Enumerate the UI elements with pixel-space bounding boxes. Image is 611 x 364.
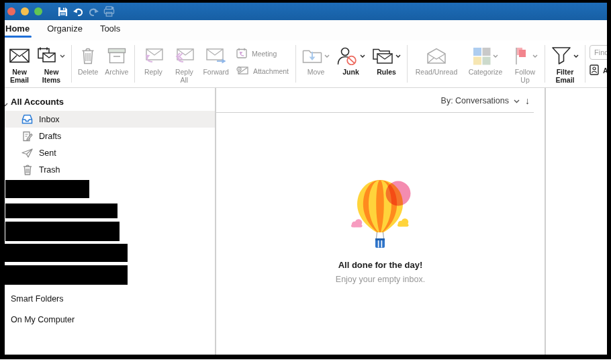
color-squares-icon bbox=[473, 44, 498, 68]
folder-drafts[interactable]: Drafts bbox=[5, 128, 215, 144]
reading-pane bbox=[546, 88, 607, 355]
flag-icon bbox=[513, 44, 538, 68]
attachment-label: Attachment bbox=[253, 67, 289, 75]
address-book-button[interactable]: Add bbox=[590, 64, 611, 77]
find-contact-input[interactable] bbox=[590, 45, 611, 60]
message-list-header: By: Conversations ↓ bbox=[216, 88, 545, 113]
undo-icon[interactable] bbox=[73, 6, 84, 17]
archive-button[interactable]: Archive bbox=[101, 44, 132, 76]
outlook-window: Home Organize Tools New Email New Items bbox=[0, 0, 611, 359]
redacted-account-item[interactable] bbox=[5, 203, 117, 218]
trash-icon bbox=[21, 164, 33, 175]
chevron-down-icon bbox=[324, 54, 330, 58]
reply-label: Reply bbox=[141, 68, 165, 76]
categorize-button[interactable]: Categorize bbox=[463, 44, 508, 76]
traffic-lights bbox=[7, 7, 42, 15]
ribbon-group-divider bbox=[545, 45, 545, 83]
message-list-pane: By: Conversations ↓ bbox=[216, 88, 545, 355]
ribbon-group-divider bbox=[134, 45, 135, 83]
archive-label: Archive bbox=[105, 68, 128, 76]
junk-button[interactable]: Junk bbox=[333, 44, 369, 76]
chevron-down-icon bbox=[493, 54, 498, 58]
folder-drafts-label: Drafts bbox=[39, 132, 61, 141]
all-accounts-label: All Accounts bbox=[11, 97, 64, 107]
reply-button[interactable]: Reply bbox=[138, 44, 169, 76]
on-my-computer-label: On My Computer bbox=[11, 315, 75, 324]
reply-all-arrow-envelope-icon bbox=[174, 44, 194, 68]
calendar-envelope-icon bbox=[38, 44, 65, 68]
close-button[interactable] bbox=[7, 7, 15, 15]
empty-state-title: All done for the day! bbox=[338, 260, 423, 270]
paper-plane-icon bbox=[21, 147, 33, 158]
read-unread-label: Read/Unread bbox=[414, 68, 459, 76]
sort-direction-button[interactable]: ↓ bbox=[525, 95, 530, 106]
meeting-label: Meeting bbox=[252, 50, 277, 58]
follow-up-label: Follow Up bbox=[512, 68, 538, 84]
pink-cloud bbox=[351, 219, 363, 227]
redacted-account-item[interactable] bbox=[5, 180, 89, 198]
redo-icon[interactable] bbox=[88, 6, 99, 17]
minimize-button[interactable] bbox=[21, 7, 29, 15]
tab-home[interactable]: Home bbox=[5, 24, 30, 38]
empty-inbox-state: All done for the day! Enjoy your empty i… bbox=[216, 113, 545, 284]
tab-home-label: Home bbox=[5, 24, 30, 34]
folder-trash-label: Trash bbox=[39, 165, 60, 175]
tab-tools-label: Tools bbox=[100, 24, 120, 34]
trash-icon bbox=[81, 44, 95, 68]
funnel-icon bbox=[551, 44, 579, 68]
folder-sent[interactable]: Sent bbox=[5, 144, 215, 161]
chevron-down-icon bbox=[532, 54, 538, 58]
save-icon[interactable] bbox=[57, 6, 68, 17]
categorize-label: Categorize bbox=[466, 68, 505, 76]
meeting-attachment-group: Meeting Attachment bbox=[232, 48, 293, 77]
junk-label: Junk bbox=[342, 68, 359, 76]
filter-email-label: Filter Email bbox=[553, 68, 577, 84]
titlebar bbox=[5, 3, 607, 20]
header-divider bbox=[216, 112, 534, 113]
read-unread-button[interactable]: Read/Unread bbox=[410, 44, 463, 76]
ribbon-group-divider bbox=[295, 45, 296, 83]
new-items-button[interactable]: New Items bbox=[34, 44, 68, 84]
rules-label: Rules bbox=[377, 68, 396, 76]
rules-button[interactable]: Rules bbox=[369, 44, 404, 76]
chevron-down-icon bbox=[514, 96, 520, 105]
attachment-button[interactable]: Attachment bbox=[236, 66, 289, 77]
draft-pencil-icon bbox=[21, 130, 33, 142]
sort-by-dropdown[interactable]: By: Conversations bbox=[441, 96, 520, 105]
filter-email-button[interactable]: Filter Email bbox=[548, 44, 582, 84]
move-button[interactable]: Move bbox=[299, 44, 333, 76]
print-icon[interactable] bbox=[103, 6, 115, 17]
empty-state-subtitle: Enjoy your empty inbox. bbox=[336, 275, 425, 284]
tab-organize[interactable]: Organize bbox=[47, 24, 83, 38]
delete-button[interactable]: Delete bbox=[75, 44, 101, 76]
new-email-button[interactable]: New Email bbox=[5, 44, 34, 84]
smart-folders-section[interactable]: Smart Folders bbox=[5, 294, 215, 304]
chevron-down-icon bbox=[573, 54, 579, 58]
open-envelope-icon bbox=[426, 44, 446, 68]
folder-inbox[interactable]: Inbox bbox=[5, 111, 215, 128]
tab-tools[interactable]: Tools bbox=[100, 24, 120, 38]
chevron-down-icon bbox=[5, 99, 8, 109]
chevron-down-icon bbox=[360, 54, 365, 58]
all-accounts-header[interactable]: All Accounts bbox=[5, 96, 215, 107]
paperclip-envelope-icon bbox=[236, 66, 248, 77]
redacted-account-item[interactable] bbox=[5, 222, 120, 241]
ribbon-group-divider bbox=[407, 45, 408, 83]
meeting-button[interactable]: Meeting bbox=[236, 48, 289, 60]
on-my-computer-section[interactable]: On My Computer bbox=[5, 315, 215, 324]
ribbon-group-divider bbox=[585, 45, 585, 83]
hot-air-balloon-illustration bbox=[339, 176, 422, 251]
yellow-cloud bbox=[397, 218, 409, 226]
calendar-reply-icon bbox=[236, 48, 247, 60]
forward-button[interactable]: Forward bbox=[199, 44, 232, 76]
redacted-account-item[interactable] bbox=[5, 244, 128, 262]
redacted-account-item[interactable] bbox=[5, 265, 128, 285]
move-label: Move bbox=[308, 68, 325, 76]
reply-all-button[interactable]: Reply All bbox=[169, 44, 199, 84]
follow-up-button[interactable]: Follow Up bbox=[508, 44, 542, 84]
smart-folders-label: Smart Folders bbox=[11, 294, 64, 304]
tab-organize-label: Organize bbox=[47, 24, 83, 34]
chevron-down-icon bbox=[60, 54, 65, 58]
zoom-button[interactable] bbox=[34, 7, 42, 15]
folder-trash[interactable]: Trash bbox=[5, 161, 215, 178]
